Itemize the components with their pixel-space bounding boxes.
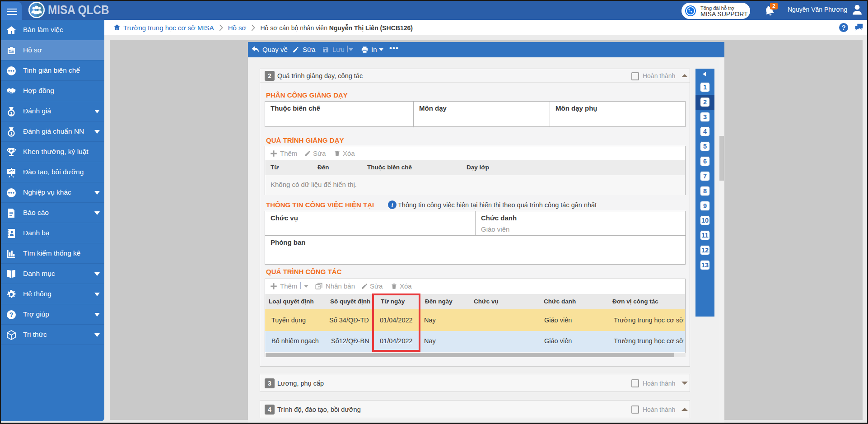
svg-text:1: 1 — [10, 111, 12, 116]
svg-text:?: ? — [9, 311, 14, 318]
svg-text:1: 1 — [10, 131, 12, 136]
